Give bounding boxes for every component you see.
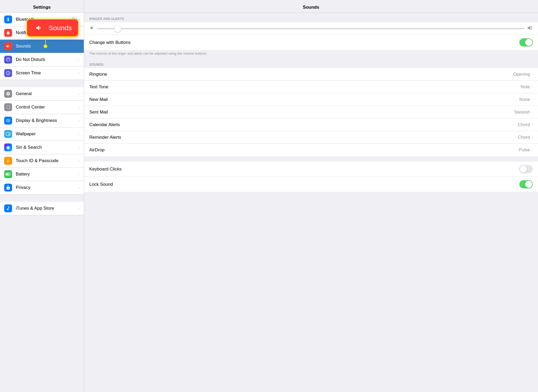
reminder-alerts-label: Reminder Alerts	[89, 135, 518, 140]
airdrop-value: Pulse	[519, 147, 530, 153]
keyboard-clicks-label: Keyboard Clicks	[89, 167, 519, 172]
sent-mail-label: Sent Mail	[89, 110, 514, 115]
screen-time-label: Screen Time	[16, 70, 78, 76]
display-label: Display & Brightness	[16, 118, 78, 123]
ringer-description: The volume of the ringer and alerts can …	[84, 50, 538, 59]
text-tone-value: Note	[521, 84, 530, 90]
sidebar-item-siri[interactable]: ◉ Siri & Search ›	[0, 141, 84, 154]
wallpaper-chevron: ›	[78, 132, 80, 136]
display-chevron: ›	[78, 118, 80, 123]
touch-id-icon	[4, 157, 12, 165]
ringtone-row[interactable]: Ringtone Opening ›	[84, 68, 538, 81]
sidebar-header: Settings	[0, 0, 84, 13]
new-mail-label: New Mail	[89, 97, 519, 102]
section-gap	[84, 156, 538, 162]
itunes-chevron: ›	[78, 206, 80, 210]
tooltip-arrow-dot	[44, 44, 47, 48]
volume-slider-track[interactable]	[97, 28, 524, 29]
do-not-disturb-icon	[4, 56, 12, 64]
ringtone-label: Ringtone	[89, 72, 513, 77]
sidebar-item-general[interactable]: General ›	[0, 87, 84, 101]
general-label: General	[16, 91, 78, 96]
change-with-buttons-row[interactable]: Change with Buttons	[84, 35, 538, 50]
battery-icon	[4, 170, 12, 178]
control-center-icon	[4, 103, 12, 111]
touch-id-chevron: ›	[78, 159, 80, 163]
sidebar-item-itunes[interactable]: iTunes & App Store ›	[0, 202, 84, 215]
airdrop-row[interactable]: AirDrop Pulse ›	[84, 144, 538, 156]
wallpaper-label: Wallpaper	[16, 131, 78, 137]
reminder-alerts-row[interactable]: Reminder Alerts Chord ›	[84, 131, 538, 144]
sidebar-item-do-not-disturb[interactable]: Do Not Disturb ›	[0, 53, 84, 66]
do-not-disturb-label: Do Not Disturb	[16, 57, 78, 62]
privacy-label: Privacy	[16, 185, 78, 190]
sidebar-item-battery[interactable]: Battery ›	[0, 168, 84, 181]
sidebar-item-sounds[interactable]: Sounds Sounds	[0, 40, 84, 53]
ringer-card: Change with Buttons	[84, 22, 538, 50]
change-with-buttons-toggle[interactable]	[519, 38, 533, 47]
change-with-buttons-knob	[525, 39, 532, 46]
new-mail-row[interactable]: New Mail None ›	[84, 93, 538, 106]
itunes-label: iTunes & App Store	[16, 206, 78, 211]
new-mail-value: None	[519, 97, 530, 102]
airdrop-label: AirDrop	[89, 147, 519, 153]
new-mail-chevron: ›	[532, 97, 533, 101]
touch-id-label: Touch ID & Passcode	[16, 158, 78, 163]
battery-chevron: ›	[78, 172, 80, 176]
battery-label: Battery	[16, 172, 78, 177]
svg-rect-1	[6, 173, 9, 175]
general-icon	[4, 90, 12, 98]
sounds-card: Ringtone Opening › Text Tone Note › New …	[84, 68, 538, 156]
volume-low-icon	[89, 25, 95, 32]
sidebar-item-display[interactable]: Display & Brightness ›	[0, 114, 84, 127]
lock-sound-row[interactable]: Lock Sound	[84, 177, 538, 192]
lock-sound-knob	[525, 181, 532, 188]
sent-mail-value: Swoosh	[514, 110, 530, 115]
lock-sound-toggle[interactable]	[519, 180, 533, 188]
lock-sound-label: Lock Sound	[89, 182, 519, 187]
calendar-alerts-row[interactable]: Calendar Alerts Chord ›	[84, 118, 538, 131]
sidebar-item-control-center[interactable]: Control Center ›	[0, 101, 84, 114]
sidebar-item-touch-id[interactable]: Touch ID & Passcode ›	[0, 154, 84, 168]
airdrop-chevron: ›	[532, 148, 533, 152]
siri-chevron: ›	[78, 145, 80, 149]
siri-label: Siri & Search	[16, 145, 78, 150]
notifications-icon	[4, 29, 12, 37]
volume-high-icon	[527, 25, 533, 32]
sidebar-gap-1	[0, 80, 84, 87]
sidebar-gap-2	[0, 194, 84, 202]
calendar-alerts-chevron: ›	[532, 123, 533, 127]
wallpaper-icon	[4, 130, 12, 138]
sounds-tooltip: Sounds	[26, 19, 79, 48]
control-center-chevron: ›	[78, 105, 80, 109]
general-chevron: ›	[78, 92, 80, 96]
sidebar-item-wallpaper[interactable]: Wallpaper ›	[0, 127, 84, 141]
calendar-alerts-value: Chord	[518, 122, 530, 127]
text-tone-label: Text Tone	[89, 84, 521, 90]
keyboard-clicks-toggle[interactable]	[519, 165, 533, 173]
text-tone-row[interactable]: Text Tone Note ›	[84, 81, 538, 93]
screen-time-icon	[4, 69, 12, 77]
sent-mail-chevron: ›	[532, 110, 533, 114]
volume-slider-thumb[interactable]	[114, 25, 121, 32]
sidebar-item-screen-time[interactable]: Screen Time ›	[0, 66, 84, 80]
main-header: Sounds	[84, 0, 538, 13]
screen-time-chevron: ›	[78, 71, 80, 75]
keyboard-clicks-row[interactable]: Keyboard Clicks	[84, 162, 538, 177]
sounds-icon	[4, 42, 12, 50]
do-not-disturb-chevron: ›	[78, 58, 80, 62]
ringtone-value: Opening	[513, 72, 530, 77]
sidebar: Settings Bluetooth On › Notifications › …	[0, 0, 84, 392]
tooltip-text: Sounds	[49, 24, 72, 32]
reminder-alerts-chevron: ›	[532, 135, 533, 139]
ringer-section-label: RINGER AND ALERTS	[84, 13, 538, 22]
reminder-alerts-value: Chord	[518, 135, 530, 140]
tooltip-arrow-line	[45, 37, 46, 44]
itunes-icon	[4, 204, 12, 212]
volume-slider-row[interactable]	[84, 22, 538, 35]
calendar-alerts-label: Calendar Alerts	[89, 122, 518, 127]
sent-mail-row[interactable]: Sent Mail Swoosh ›	[84, 106, 538, 118]
sounds-section-label: SOUNDS	[84, 59, 538, 68]
sidebar-item-privacy[interactable]: Privacy ›	[0, 181, 84, 194]
keyboard-clicks-knob	[520, 166, 527, 173]
